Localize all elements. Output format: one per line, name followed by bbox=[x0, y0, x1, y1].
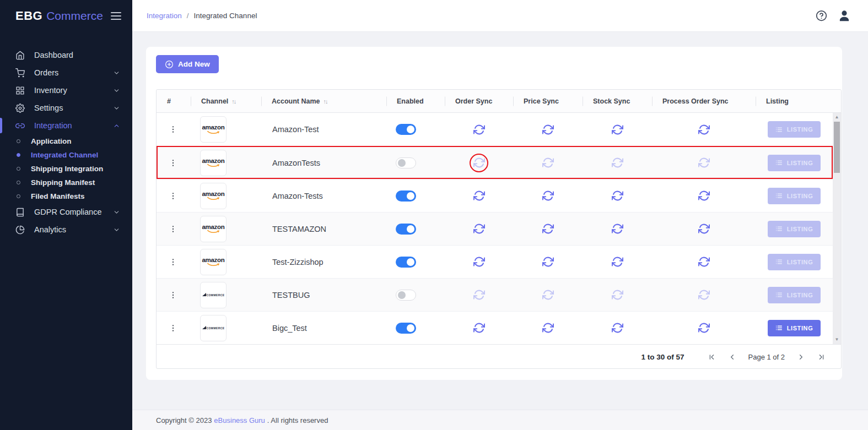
process-order-sync-icon[interactable] bbox=[698, 223, 710, 235]
process-order-sync-icon[interactable] bbox=[698, 190, 710, 202]
last-page-icon[interactable] bbox=[817, 353, 826, 361]
stock-sync-icon[interactable] bbox=[612, 322, 623, 334]
listing-button[interactable]: LISTING bbox=[768, 287, 821, 303]
sort-icon[interactable]: ↑↓ bbox=[324, 98, 328, 105]
enabled-toggle[interactable] bbox=[396, 224, 416, 235]
row-menu-kebab-icon[interactable] bbox=[168, 224, 179, 235]
sidebar-item-label: Orders bbox=[34, 68, 58, 77]
row-menu-kebab-icon[interactable] bbox=[168, 190, 179, 202]
footer-link[interactable]: eBusiness Guru bbox=[214, 416, 265, 424]
chevron-up-icon[interactable] bbox=[113, 122, 120, 129]
sidebar-item-integration[interactable]: Integration bbox=[0, 117, 132, 134]
order-sync-icon[interactable] bbox=[473, 322, 485, 334]
row-menu-kebab-icon[interactable] bbox=[168, 290, 179, 301]
price-sync-icon[interactable] bbox=[542, 289, 554, 301]
listing-button[interactable]: LISTING bbox=[768, 320, 821, 336]
add-new-button[interactable]: Add New bbox=[156, 55, 219, 73]
process-order-sync-icon[interactable] bbox=[698, 157, 710, 168]
order-sync-icon[interactable] bbox=[473, 256, 485, 268]
sidebar-subitem-filed-manifests[interactable]: Filed Manifests bbox=[0, 189, 132, 203]
next-page-icon[interactable] bbox=[797, 353, 805, 361]
stock-sync-icon[interactable] bbox=[612, 190, 623, 202]
scroll-down-icon[interactable]: ▼ bbox=[833, 337, 841, 342]
scrollbar[interactable]: ▲ ▼ bbox=[833, 113, 841, 344]
scroll-up-icon[interactable]: ▲ bbox=[833, 115, 841, 120]
listing-button[interactable]: LISTING bbox=[768, 221, 821, 237]
listing-button[interactable]: LISTING bbox=[768, 121, 821, 138]
pagination-controls: Page 1 of 2 bbox=[708, 353, 826, 361]
scrollbar-thumb[interactable] bbox=[834, 122, 840, 173]
price-sync-icon[interactable] bbox=[542, 124, 554, 135]
chevron-down-icon[interactable] bbox=[113, 226, 120, 233]
hamburger-menu-icon[interactable] bbox=[111, 10, 121, 22]
column-header-price-sync[interactable]: Price Sync bbox=[513, 90, 583, 112]
stock-sync-icon[interactable] bbox=[612, 256, 623, 268]
sidebar-subitem-shipping-manifest[interactable]: Shipping Manifest bbox=[0, 176, 132, 189]
breadcrumb-parent-link[interactable]: Integration bbox=[147, 12, 182, 20]
stock-sync-icon[interactable] bbox=[612, 157, 623, 168]
enabled-toggle[interactable] bbox=[396, 190, 416, 202]
sidebar-item-inventory[interactable]: Inventory bbox=[0, 81, 132, 99]
sort-icon[interactable]: ↑↓ bbox=[231, 98, 236, 105]
sidebar-item-orders[interactable]: Orders bbox=[0, 64, 132, 81]
sidebar-subitem-application[interactable]: Application bbox=[0, 134, 132, 148]
price-sync-icon[interactable] bbox=[542, 190, 554, 202]
content-card: Add New # Channel ↑↓ Account Name ↑↓ Ena… bbox=[146, 47, 842, 380]
order-sync-icon[interactable] bbox=[473, 223, 485, 235]
enabled-toggle[interactable] bbox=[396, 157, 416, 168]
row-menu-kebab-icon[interactable] bbox=[168, 124, 179, 135]
order-sync-icon[interactable] bbox=[473, 289, 485, 301]
column-header-label: Listing bbox=[766, 97, 789, 105]
help-icon[interactable] bbox=[816, 10, 827, 21]
price-sync-icon[interactable] bbox=[542, 256, 554, 268]
brand-logo: EBG Commerce bbox=[0, 0, 132, 32]
row-menu-kebab-icon[interactable] bbox=[168, 257, 179, 268]
chevron-down-icon[interactable] bbox=[113, 69, 120, 77]
column-header-order-sync[interactable]: Order Sync bbox=[445, 90, 513, 112]
chevron-down-icon[interactable] bbox=[113, 105, 120, 112]
listing-button[interactable]: LISTING bbox=[768, 155, 821, 171]
chevron-down-icon[interactable] bbox=[113, 87, 120, 94]
process-order-sync-icon[interactable] bbox=[698, 322, 710, 334]
sidebar-item-settings[interactable]: Settings bbox=[0, 99, 132, 117]
order-sync-icon[interactable] bbox=[473, 124, 485, 135]
enabled-toggle[interactable] bbox=[396, 124, 416, 135]
sidebar-subitem-label: Application bbox=[31, 137, 72, 145]
row-menu-kebab-icon[interactable] bbox=[168, 157, 179, 168]
enabled-toggle[interactable] bbox=[396, 290, 416, 301]
listing-button[interactable]: LISTING bbox=[768, 188, 821, 204]
chevron-down-icon[interactable] bbox=[113, 209, 120, 216]
amazon-logo: amazon bbox=[202, 257, 224, 267]
sidebar-subitem-shipping-integration[interactable]: Shipping Integration bbox=[0, 162, 132, 176]
column-header--[interactable]: # bbox=[157, 90, 191, 112]
listing-button[interactable]: LISTING bbox=[768, 254, 821, 270]
price-sync-icon[interactable] bbox=[542, 157, 554, 168]
sidebar-item-gdpr-compliance[interactable]: GDPR Compliance bbox=[0, 203, 132, 221]
sidebar-nav: Dashboard Orders Inventory Settings Inte… bbox=[0, 32, 132, 238]
sidebar-item-analytics[interactable]: Analytics bbox=[0, 221, 132, 238]
column-header-channel[interactable]: Channel ↑↓ bbox=[191, 90, 261, 112]
column-header-enabled[interactable]: Enabled bbox=[386, 90, 445, 112]
first-page-icon[interactable] bbox=[708, 353, 716, 361]
prev-page-icon[interactable] bbox=[728, 353, 736, 361]
user-avatar-icon[interactable] bbox=[837, 9, 851, 23]
stock-sync-icon[interactable] bbox=[612, 289, 623, 301]
column-header-stock-sync[interactable]: Stock Sync bbox=[583, 90, 652, 112]
column-header-listing[interactable]: Listing bbox=[756, 90, 841, 112]
sidebar-subitem-integrated-channel[interactable]: Integrated Channel bbox=[0, 148, 132, 162]
row-menu-kebab-icon[interactable] bbox=[168, 323, 179, 334]
order-sync-icon[interactable] bbox=[473, 157, 485, 168]
process-order-sync-icon[interactable] bbox=[698, 289, 710, 301]
order-sync-icon[interactable] bbox=[473, 190, 485, 202]
column-header-account-name[interactable]: Account Name ↑↓ bbox=[261, 90, 386, 112]
price-sync-icon[interactable] bbox=[542, 322, 554, 334]
enabled-toggle[interactable] bbox=[396, 323, 416, 334]
process-order-sync-icon[interactable] bbox=[698, 256, 710, 268]
enabled-toggle[interactable] bbox=[396, 257, 416, 268]
sidebar-item-dashboard[interactable]: Dashboard bbox=[0, 46, 132, 64]
price-sync-icon[interactable] bbox=[542, 223, 554, 235]
stock-sync-icon[interactable] bbox=[612, 223, 623, 235]
stock-sync-icon[interactable] bbox=[612, 124, 623, 135]
column-header-process-order-sync[interactable]: Process Order Sync bbox=[652, 90, 756, 112]
process-order-sync-icon[interactable] bbox=[698, 124, 710, 135]
